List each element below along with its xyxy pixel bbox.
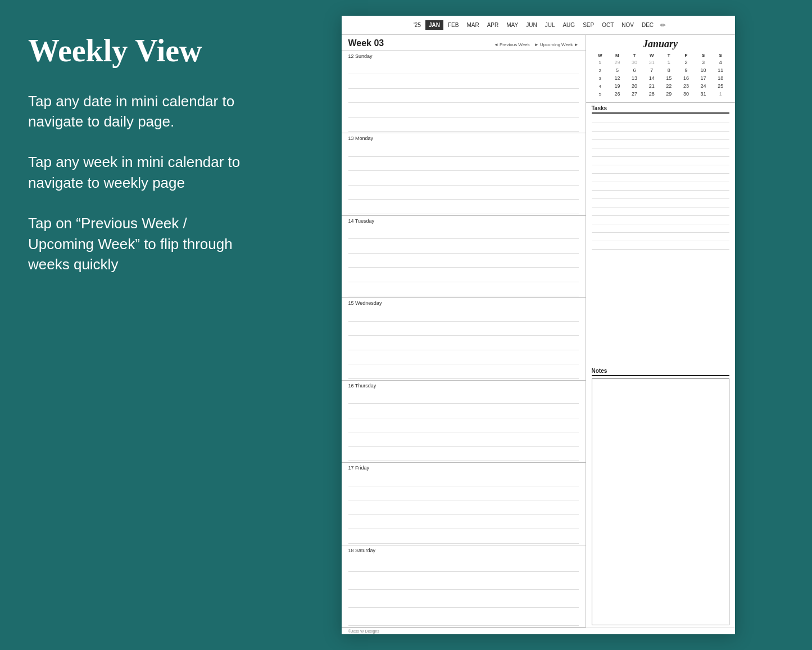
cal-day[interactable]: 9: [678, 66, 695, 74]
cal-day[interactable]: 6: [626, 66, 643, 74]
cal-day[interactable]: 23: [678, 82, 695, 90]
nav-dec[interactable]: DEC: [638, 20, 657, 30]
cal-day[interactable]: 31: [643, 58, 660, 66]
cal-day[interactable]: 27: [626, 90, 643, 98]
day-line[interactable]: [348, 608, 579, 626]
cal-day[interactable]: 17: [695, 74, 712, 82]
cal-day[interactable]: 18: [712, 74, 729, 82]
task-line[interactable]: [592, 148, 729, 157]
task-line[interactable]: [592, 191, 729, 199]
nav-feb[interactable]: FEB: [444, 20, 462, 30]
day-line[interactable]: [348, 89, 579, 103]
nav-apr[interactable]: APR: [484, 20, 502, 30]
nav-jun[interactable]: JUN: [523, 20, 540, 30]
day-line[interactable]: [348, 364, 579, 378]
day-line[interactable]: [348, 307, 579, 321]
cal-day[interactable]: 12: [609, 74, 626, 82]
day-line[interactable]: [348, 554, 579, 572]
day-line[interactable]: [348, 500, 579, 514]
day-line[interactable]: [348, 157, 579, 171]
cal-day[interactable]: 2: [678, 58, 695, 66]
day-line[interactable]: [348, 171, 579, 185]
cal-day[interactable]: 21: [643, 82, 660, 90]
day-line[interactable]: [348, 390, 579, 404]
task-line[interactable]: [592, 216, 729, 224]
next-week-btn[interactable]: ► Upcoming Week ►: [534, 42, 579, 47]
cal-day[interactable]: 26: [609, 90, 626, 98]
cal-day[interactable]: 25: [712, 82, 729, 90]
day-line[interactable]: [348, 322, 579, 336]
week-num-5[interactable]: 5: [592, 90, 609, 98]
cal-day[interactable]: 29: [609, 58, 626, 66]
cal-day[interactable]: 20: [626, 82, 643, 90]
day-line[interactable]: [348, 118, 579, 132]
day-line[interactable]: [348, 432, 579, 446]
cal-day[interactable]: 22: [660, 82, 678, 90]
cal-day[interactable]: 5: [609, 66, 626, 74]
cal-day[interactable]: 3: [695, 58, 712, 66]
cal-day[interactable]: 1: [660, 58, 678, 66]
day-line[interactable]: [348, 572, 579, 590]
day-line[interactable]: [348, 282, 579, 296]
day-line[interactable]: [348, 142, 579, 156]
nav-nov[interactable]: NOV: [618, 20, 637, 30]
task-line[interactable]: [592, 157, 729, 165]
day-line[interactable]: [348, 103, 579, 117]
day-line[interactable]: [348, 254, 579, 268]
day-line[interactable]: [348, 336, 579, 350]
day-line[interactable]: [348, 186, 579, 200]
task-line[interactable]: [592, 174, 729, 182]
day-line[interactable]: [348, 74, 579, 88]
cal-day[interactable]: 14: [643, 74, 660, 82]
task-line[interactable]: [592, 165, 729, 174]
task-line[interactable]: [592, 241, 729, 250]
cal-day[interactable]: 10: [695, 66, 712, 74]
cal-day[interactable]: 24: [695, 82, 712, 90]
day-line[interactable]: [348, 404, 579, 418]
cal-day[interactable]: 11: [712, 66, 729, 74]
cal-day[interactable]: 13: [626, 74, 643, 82]
cal-day[interactable]: 28: [643, 90, 660, 98]
cal-day[interactable]: 30: [626, 58, 643, 66]
day-line[interactable]: [348, 515, 579, 529]
nav-aug[interactable]: AUG: [559, 20, 578, 30]
day-line[interactable]: [348, 239, 579, 253]
day-line[interactable]: [348, 447, 579, 461]
prev-week-btn[interactable]: ◄ Previous Week: [494, 42, 530, 47]
cal-day[interactable]: 19: [609, 82, 626, 90]
day-line[interactable]: [348, 590, 579, 608]
day-line[interactable]: [348, 486, 579, 500]
cal-day[interactable]: 1: [712, 90, 729, 98]
nav-jul[interactable]: JUL: [542, 20, 559, 30]
task-line[interactable]: [592, 123, 729, 132]
notes-box[interactable]: [592, 378, 729, 626]
day-line[interactable]: [348, 472, 579, 486]
pencil-icon[interactable]: ✏: [660, 21, 666, 29]
nav-sep[interactable]: SEP: [579, 20, 597, 30]
day-line[interactable]: [348, 60, 579, 74]
nav-jan[interactable]: JAN: [425, 20, 443, 30]
task-line[interactable]: [592, 224, 729, 233]
day-line[interactable]: [348, 529, 579, 543]
cal-day[interactable]: 8: [660, 66, 678, 74]
nav-oct[interactable]: OCT: [598, 20, 617, 30]
cal-day[interactable]: 16: [678, 74, 695, 82]
cal-day[interactable]: 15: [660, 74, 678, 82]
cal-day[interactable]: 31: [695, 90, 712, 98]
cal-day[interactable]: 4: [712, 58, 729, 66]
cal-day[interactable]: 7: [643, 66, 660, 74]
task-line[interactable]: [592, 207, 729, 216]
week-num-2[interactable]: 2: [592, 66, 609, 74]
task-line[interactable]: [592, 199, 729, 207]
week-num-1[interactable]: 1: [592, 58, 609, 66]
day-line[interactable]: [348, 418, 579, 432]
task-line[interactable]: [592, 233, 729, 241]
task-line[interactable]: [592, 132, 729, 140]
week-num-3[interactable]: 3: [592, 74, 609, 82]
nav-mar[interactable]: MAR: [463, 20, 482, 30]
day-line[interactable]: [348, 225, 579, 239]
cal-day[interactable]: 30: [678, 90, 695, 98]
task-line[interactable]: [592, 140, 729, 148]
week-num-4[interactable]: 4: [592, 82, 609, 90]
day-line[interactable]: [348, 200, 579, 214]
